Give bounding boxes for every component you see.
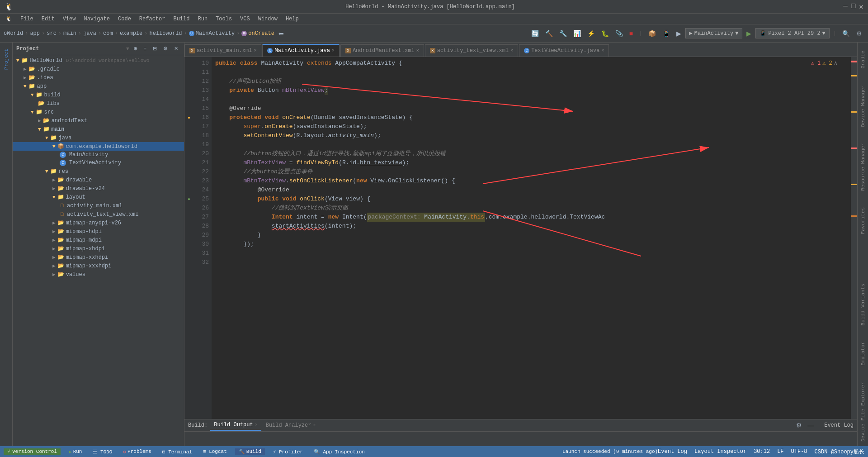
sync-btn[interactable]: 🔄 (529, 29, 541, 38)
event-log-label[interactable]: Event Log (824, 422, 854, 428)
device-config-dropdown[interactable]: 📱 Pixel 2 API 29 2 ▼ (755, 28, 829, 38)
tree-drawable-v24[interactable]: ▶ 📂 drawable-v24 (13, 184, 184, 193)
navigate-back-btn[interactable]: ⬅ (276, 29, 286, 38)
tree-mipmap-anydpi[interactable]: ▶ 📂 mipmap-anydpi-v26 (13, 219, 184, 227)
project-new-btn[interactable]: ⊕ (131, 44, 140, 53)
menu-code[interactable]: Code (114, 15, 135, 23)
menu-edit[interactable]: Edit (38, 15, 58, 23)
sidebar-item-gradle[interactable]: Gradle (859, 46, 868, 73)
close-tab-textviewactivity[interactable]: × (601, 48, 604, 53)
sidebar-item-project[interactable]: Project (2, 44, 11, 74)
tree-mipmap-xxhdpi[interactable]: ▶ 📂 mipmap-xxhdpi (13, 253, 184, 262)
cursor-position[interactable]: 30:12 (754, 448, 770, 455)
minimize-button[interactable]: — (843, 2, 848, 11)
menu-build[interactable]: Build (170, 15, 193, 23)
breadcrumb-example[interactable]: example (120, 30, 142, 37)
profile-btn[interactable]: ⚡ (585, 29, 597, 38)
run-config-btn[interactable]: ▶ (674, 29, 684, 38)
tree-mipmap-hdpi[interactable]: ▶ 📂 mipmap-hdpi (13, 227, 184, 236)
project-panel-dropdown[interactable]: ▼ (126, 46, 129, 52)
tab-mainactivity-java[interactable]: C MainActivity.java × (262, 44, 339, 57)
tab-textviewactivity-java[interactable]: C TextViewActivity.java × (519, 44, 609, 57)
project-toggle-btn[interactable]: ⊟ (151, 44, 159, 53)
menu-tools[interactable]: Tools (212, 15, 236, 23)
encoding[interactable]: UTF-8 (791, 448, 807, 455)
layout-inspector-status[interactable]: Layout Inspector (694, 448, 746, 455)
close-build-output[interactable]: × (255, 423, 258, 428)
project-collapse-btn[interactable]: ≡ (142, 45, 149, 53)
tab-activity-text-view-xml[interactable]: x activity_text_view.xml × (425, 44, 518, 57)
tree-mipmap-mdpi[interactable]: ▶ 📂 mipmap-mdpi (13, 236, 184, 244)
avd-manager-btn[interactable]: 📱 (660, 29, 672, 38)
menu-vcs[interactable]: VCS (236, 15, 254, 23)
breadcrumb-src[interactable]: src (47, 30, 57, 37)
problems-btn[interactable]: ⊘ Problems (120, 448, 154, 455)
run-btn[interactable]: ▶ (744, 29, 754, 38)
tree-androidtest[interactable]: ▶ 📂 androidTest (13, 116, 184, 125)
tree-values[interactable]: ▶ 📂 values (13, 270, 184, 279)
breadcrumb-helloworld[interactable]: helloworld (150, 30, 182, 37)
sidebar-item-favorites[interactable]: Favorites (859, 203, 868, 238)
terminal-btn[interactable]: ⊞ Terminal (160, 448, 195, 455)
breadcrumb-main[interactable]: main (63, 30, 76, 37)
sidebar-item-emulator[interactable]: Emulator (859, 337, 868, 370)
close-button[interactable]: ✕ (859, 2, 863, 11)
menu-help[interactable]: Help (282, 15, 302, 23)
close-build-analyzer[interactable]: × (313, 423, 316, 428)
tree-gradle[interactable]: ▶ 📂 .gradle (13, 65, 184, 73)
tree-mipmap-xhdpi[interactable]: ▶ 📂 mipmap-xhdpi (13, 244, 184, 253)
menu-file[interactable]: File (17, 15, 37, 23)
tree-mipmap-xxxhdpi[interactable]: ▶ 📂 mipmap-xxxhdpi (13, 262, 184, 270)
tree-idea[interactable]: ▶ 📂 .idea (13, 73, 184, 82)
sdk-manager-btn[interactable]: 📦 (646, 29, 658, 38)
breadcrumb-com[interactable]: com (103, 30, 113, 37)
app-inspection-btn[interactable]: 🔍 App Inspection (311, 448, 368, 455)
menu-refactor[interactable]: Refactor (136, 15, 169, 23)
run-coverage-btn[interactable]: 📊 (571, 29, 583, 38)
settings-btn[interactable]: ⚙ (854, 29, 864, 38)
code-editor[interactable]: public class MainActivity extends AppCom… (212, 57, 851, 419)
breadcrumb-app[interactable]: app (30, 30, 40, 37)
search-everywhere-btn[interactable]: 🔍 (840, 29, 852, 38)
project-hide-btn[interactable]: ✕ (172, 44, 180, 53)
tree-package-com[interactable]: ▼ 📦 com.example.helloworld (13, 142, 184, 151)
tree-build[interactable]: ▼ 📁 build (13, 90, 184, 99)
menu-run[interactable]: Run (194, 15, 211, 23)
build-btn[interactable]: 🔧 (557, 29, 569, 38)
close-tab-activity-main-xml[interactable]: × (254, 48, 256, 53)
tree-mainactivity[interactable]: C MainActivity (13, 151, 184, 159)
tree-helloworld[interactable]: ▼ 📁 HelloWorld D:\android workspace\Hell… (13, 56, 184, 65)
code-area[interactable]: ● ● 10 11 12 (184, 57, 857, 419)
breadcrumb-mainactivity[interactable]: C MainActivity (189, 30, 235, 37)
debug-btn[interactable]: 🐛 (599, 29, 611, 38)
window-controls[interactable]: — □ ✕ (843, 2, 863, 11)
close-tab-androidmanifest[interactable]: × (416, 48, 419, 53)
run-status-btn[interactable]: ▶ Run (66, 448, 85, 455)
logcat-btn[interactable]: ≡ Logcat (200, 448, 230, 455)
breadcrumb-oncreate[interactable]: m onCreate (241, 30, 274, 37)
tree-java[interactable]: ▼ 📁 java (13, 133, 184, 142)
menu-navigate[interactable]: Navigate (80, 15, 113, 23)
tree-layout[interactable]: ▼ 📁 layout (13, 193, 184, 201)
event-log-status[interactable]: Event Log (658, 448, 687, 455)
menu-window[interactable]: Window (255, 15, 281, 23)
rebuild-btn[interactable]: 🔨 (543, 29, 555, 38)
bottom-tab-build-output[interactable]: Build Output × (210, 420, 261, 431)
menu-view[interactable]: View (59, 15, 80, 23)
breadcrumb-oworld[interactable]: oWorld (4, 30, 23, 37)
tree-src[interactable]: ▼ 📁 src (13, 108, 184, 116)
close-tab-activity-text-view[interactable]: × (510, 48, 513, 53)
tree-activity-text-view-xml[interactable]: 🗋 activity_text_view.xml (13, 210, 184, 219)
sidebar-item-device-file-explorer[interactable]: Device File Explorer (859, 377, 868, 446)
attach-btn[interactable]: 📎 (613, 29, 625, 38)
minimize-build-btn[interactable]: — (805, 420, 816, 430)
version-control-btn[interactable]: ⑂ Version Control (4, 448, 61, 455)
tree-drawable[interactable]: ▶ 📂 drawable (13, 176, 184, 184)
breadcrumb-java[interactable]: java (83, 30, 96, 37)
run-config-dropdown[interactable]: ▶ MainActivity ▼ (685, 28, 743, 38)
close-tab-mainactivity-java[interactable]: × (332, 48, 335, 53)
tree-activity-main-xml[interactable]: 🗋 activity_main.xml (13, 201, 184, 210)
settings-build-btn[interactable]: ⚙ (794, 420, 804, 430)
tree-main[interactable]: ▼ 📁 main (13, 125, 184, 133)
tree-res[interactable]: ▼ 📁 res (13, 167, 184, 176)
